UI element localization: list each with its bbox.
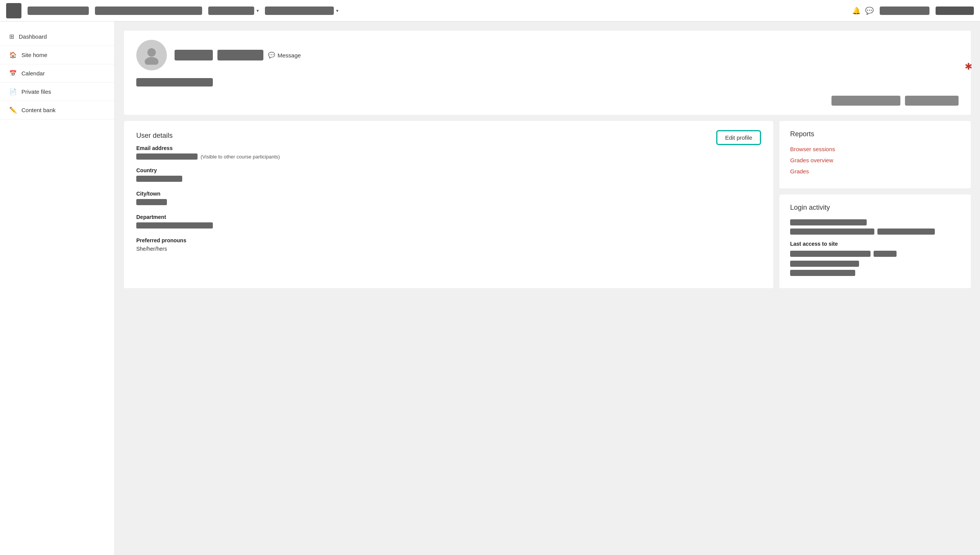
chevron-down-icon: ▾ — [256, 8, 259, 13]
sidebar-item-label: Calendar — [21, 70, 45, 77]
grades-overview-link[interactable]: Grades overview — [790, 157, 960, 163]
city-label: City/town — [136, 191, 761, 197]
site-logo[interactable] — [6, 3, 21, 18]
panels-row: User details Edit profile Email address … — [124, 121, 971, 288]
sidebar-item-site-home[interactable]: 🏠 Site home — [0, 46, 114, 64]
calendar-icon: 📅 — [9, 70, 17, 77]
country-field-group: Country — [136, 167, 761, 183]
main-content: 💬 Message User details Edit profile — [115, 21, 980, 555]
profile-card: 💬 Message — [124, 31, 971, 115]
profile-header: 💬 Message — [136, 40, 959, 70]
sidebar-item-calendar[interactable]: 📅 Calendar — [0, 64, 114, 83]
nav-item-2[interactable] — [95, 7, 202, 15]
pronouns-value: She/her/hers — [136, 246, 761, 252]
reports-panel: Reports Browser sessions Grades overview… — [779, 121, 971, 188]
nav-item-3[interactable] — [208, 7, 254, 15]
home-icon: 🏠 — [9, 51, 17, 59]
nav-dropdown-2[interactable]: ▾ — [265, 7, 338, 15]
card-action-button-2[interactable] — [905, 96, 959, 106]
sidebar: ⊞ Dashboard 🏠 Site home 📅 Calendar 📄 Pri… — [0, 21, 115, 555]
edit-profile-button[interactable]: Edit profile — [716, 130, 761, 145]
last-access-section: Last access to site — [790, 241, 960, 276]
message-button[interactable]: 💬 Message — [268, 52, 301, 59]
email-visible-text: (Visible to other course participants) — [201, 154, 280, 160]
notification-icon[interactable]: 🔔 — [852, 7, 861, 15]
email-label: Email address — [136, 145, 761, 151]
last-access-label: Last access to site — [790, 241, 960, 247]
country-label: Country — [136, 167, 761, 173]
page-layout: ⊞ Dashboard 🏠 Site home 📅 Calendar 📄 Pri… — [0, 21, 980, 555]
department-field-group: Department — [136, 214, 761, 230]
card-action-button-1[interactable] — [831, 96, 900, 106]
user-details-header: User details Edit profile — [136, 132, 761, 145]
sidebar-item-label: Dashboard — [19, 33, 47, 40]
sidebar-item-label: Private files — [21, 88, 51, 95]
chevron-down-icon: ▾ — [336, 8, 338, 13]
pronouns-field-group: Preferred pronouns She/her/hers — [136, 237, 761, 252]
sidebar-item-label: Site home — [21, 52, 47, 58]
pencil-icon: ✏️ — [9, 106, 17, 114]
dashboard-icon: ⊞ — [9, 33, 14, 40]
top-navigation: ▾ ▾ 🔔 💬 — [0, 0, 980, 21]
department-value-bar — [136, 222, 213, 229]
nav-right-item[interactable] — [880, 7, 929, 15]
user-details-title: User details — [136, 132, 173, 139]
browser-sessions-link[interactable]: Browser sessions — [790, 146, 960, 152]
sidebar-item-content-bank[interactable]: ✏️ Content bank — [0, 101, 114, 119]
user-details-panel: User details Edit profile Email address … — [124, 121, 773, 288]
file-icon: 📄 — [9, 88, 17, 95]
svg-point-0 — [147, 48, 156, 57]
redstar-icon: ✱ — [965, 61, 972, 72]
city-value-bar — [136, 199, 167, 205]
message-icon: 💬 — [268, 52, 275, 59]
profile-card-bottom — [136, 93, 959, 106]
right-panels: Reports Browser sessions Grades overview… — [779, 121, 971, 288]
login-row-1 — [790, 229, 960, 235]
nav-dropdown-1[interactable]: ▾ — [208, 7, 259, 15]
login-activity-title: Login activity — [790, 204, 960, 212]
profile-actions: 💬 Message — [175, 50, 301, 60]
department-label: Department — [136, 214, 761, 220]
avatar — [136, 40, 167, 70]
last-access-bar-1a — [790, 251, 871, 257]
email-value-bar — [136, 153, 198, 160]
profile-button-1[interactable] — [175, 50, 213, 60]
last-access-bar-3 — [790, 270, 855, 276]
email-row: (Visible to other course participants) — [136, 153, 761, 160]
login-bar-2b — [877, 229, 935, 235]
sidebar-item-label: Content bank — [21, 107, 56, 113]
message-label: Message — [278, 52, 301, 59]
nav-icons: 🔔 💬 — [852, 7, 874, 15]
profile-name-bar — [136, 78, 213, 87]
pronouns-label: Preferred pronouns — [136, 237, 761, 243]
country-value-bar — [136, 176, 182, 182]
profile-button-2[interactable] — [217, 50, 263, 60]
sidebar-item-dashboard[interactable]: ⊞ Dashboard — [0, 28, 114, 46]
reports-title: Reports — [790, 130, 960, 138]
nav-item-1[interactable] — [28, 7, 89, 15]
svg-point-1 — [145, 57, 158, 65]
city-field-group: City/town — [136, 191, 761, 206]
sidebar-item-private-files[interactable]: 📄 Private files — [0, 83, 114, 101]
last-access-bar-1b — [874, 251, 897, 257]
email-field-group: Email address (Visible to other course p… — [136, 145, 761, 160]
message-icon[interactable]: 💬 — [865, 7, 874, 15]
last-access-row-1 — [790, 251, 960, 257]
login-bar-2a — [790, 229, 874, 235]
nav-item-4[interactable] — [265, 7, 334, 15]
grades-link[interactable]: Grades — [790, 168, 960, 175]
login-bar-1 — [790, 219, 867, 225]
login-activity-panel: Login activity Last access to site — [779, 194, 971, 288]
last-access-bar-2 — [790, 261, 859, 267]
user-menu[interactable] — [936, 7, 974, 15]
